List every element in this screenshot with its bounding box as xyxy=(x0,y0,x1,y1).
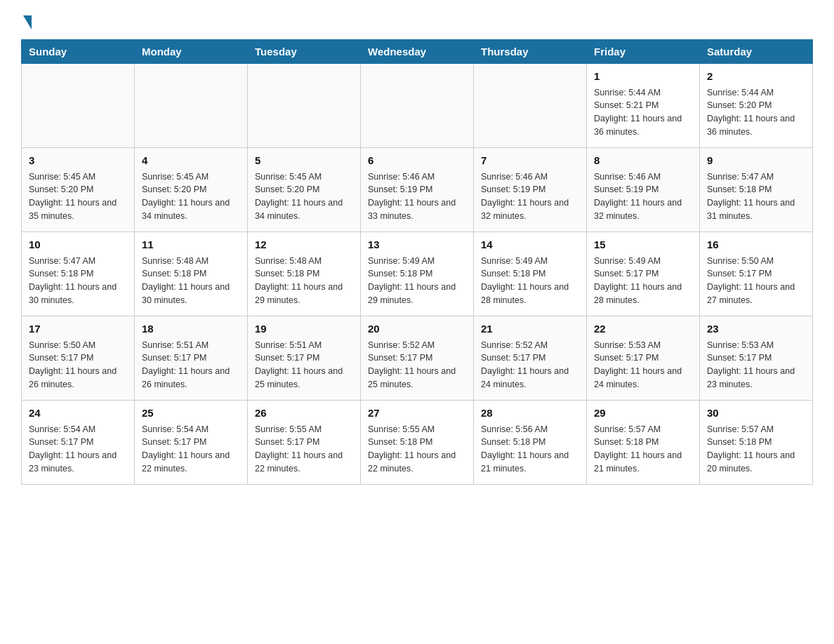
day-info-text: Daylight: 11 hours and 21 minutes. xyxy=(594,449,692,476)
day-info-text: Sunrise: 5:49 AM xyxy=(594,255,692,268)
day-info-text: Daylight: 11 hours and 29 minutes. xyxy=(255,281,353,307)
day-info-text: Sunrise: 5:45 AM xyxy=(255,170,353,184)
day-number: 3 xyxy=(29,153,127,169)
calendar-cell: 26Sunrise: 5:55 AMSunset: 5:17 PMDayligh… xyxy=(248,401,361,485)
calendar-week-row: 1Sunrise: 5:44 AMSunset: 5:21 PMDaylight… xyxy=(22,64,813,148)
calendar-cell: 1Sunrise: 5:44 AMSunset: 5:21 PMDaylight… xyxy=(587,64,700,148)
day-info-text: Daylight: 11 hours and 21 minutes. xyxy=(481,449,579,476)
day-info-text: Sunset: 5:18 PM xyxy=(594,436,692,449)
day-info-text: Sunset: 5:17 PM xyxy=(255,351,353,365)
calendar-cell: 19Sunrise: 5:51 AMSunset: 5:17 PMDayligh… xyxy=(248,316,361,401)
logo-arrow-icon xyxy=(23,15,32,29)
day-info-text: Sunset: 5:17 PM xyxy=(594,267,692,281)
weekday-header-thursday: Thursday xyxy=(474,40,587,64)
day-info-text: Daylight: 11 hours and 26 minutes. xyxy=(29,365,127,391)
page-header xyxy=(21,14,813,27)
day-info-text: Daylight: 11 hours and 34 minutes. xyxy=(255,196,353,223)
calendar-cell xyxy=(248,64,361,148)
day-info-text: Sunset: 5:18 PM xyxy=(481,436,579,449)
day-info-text: Sunset: 5:18 PM xyxy=(368,436,466,449)
day-number: 13 xyxy=(368,237,466,253)
calendar-cell: 22Sunrise: 5:53 AMSunset: 5:17 PMDayligh… xyxy=(587,316,700,401)
day-info-text: Daylight: 11 hours and 24 minutes. xyxy=(594,365,692,391)
day-info-text: Sunset: 5:18 PM xyxy=(707,436,805,449)
day-info-text: Sunrise: 5:51 AM xyxy=(142,339,240,352)
day-info-text: Sunset: 5:20 PM xyxy=(29,183,127,196)
calendar-header-row: SundayMondayTuesdayWednesdayThursdayFrid… xyxy=(22,40,813,64)
day-info-text: Sunrise: 5:54 AM xyxy=(29,423,127,436)
day-info-text: Sunrise: 5:47 AM xyxy=(707,170,805,184)
calendar-cell xyxy=(474,64,587,148)
day-info-text: Sunrise: 5:47 AM xyxy=(29,255,127,268)
calendar-cell: 27Sunrise: 5:55 AMSunset: 5:18 PMDayligh… xyxy=(361,401,474,485)
day-number: 26 xyxy=(255,405,353,422)
day-number: 17 xyxy=(29,321,127,337)
day-info-text: Sunset: 5:18 PM xyxy=(707,183,805,196)
day-number: 27 xyxy=(368,405,466,422)
day-info-text: Sunset: 5:18 PM xyxy=(255,267,353,281)
day-info-text: Sunrise: 5:45 AM xyxy=(142,170,240,184)
calendar-cell xyxy=(361,64,474,148)
day-number: 4 xyxy=(142,153,240,169)
day-info-text: Daylight: 11 hours and 23 minutes. xyxy=(707,365,805,391)
day-info-text: Sunrise: 5:46 AM xyxy=(368,170,466,184)
calendar-cell: 11Sunrise: 5:48 AMSunset: 5:18 PMDayligh… xyxy=(135,232,248,316)
day-info-text: Sunset: 5:17 PM xyxy=(707,351,805,365)
calendar-cell: 29Sunrise: 5:57 AMSunset: 5:18 PMDayligh… xyxy=(587,401,700,485)
day-number: 10 xyxy=(29,237,127,253)
day-number: 15 xyxy=(594,237,692,253)
day-info-text: Sunset: 5:20 PM xyxy=(142,183,240,196)
day-info-text: Sunrise: 5:52 AM xyxy=(368,339,466,352)
day-info-text: Sunrise: 5:50 AM xyxy=(29,339,127,352)
calendar-cell: 4Sunrise: 5:45 AMSunset: 5:20 PMDaylight… xyxy=(135,148,248,232)
day-info-text: Sunrise: 5:53 AM xyxy=(594,339,692,352)
day-info-text: Daylight: 11 hours and 23 minutes. xyxy=(29,449,127,476)
calendar-cell: 15Sunrise: 5:49 AMSunset: 5:17 PMDayligh… xyxy=(587,232,700,316)
day-info-text: Daylight: 11 hours and 36 minutes. xyxy=(594,112,692,139)
day-info-text: Daylight: 11 hours and 25 minutes. xyxy=(368,365,466,391)
day-info-text: Daylight: 11 hours and 35 minutes. xyxy=(29,196,127,223)
day-number: 1 xyxy=(594,69,692,85)
day-info-text: Daylight: 11 hours and 33 minutes. xyxy=(368,196,466,223)
calendar-cell: 12Sunrise: 5:48 AMSunset: 5:18 PMDayligh… xyxy=(248,232,361,316)
calendar-cell: 24Sunrise: 5:54 AMSunset: 5:17 PMDayligh… xyxy=(22,401,135,485)
day-info-text: Daylight: 11 hours and 28 minutes. xyxy=(594,281,692,307)
day-info-text: Sunrise: 5:45 AM xyxy=(29,170,127,184)
day-info-text: Sunrise: 5:57 AM xyxy=(707,423,805,436)
calendar-cell: 23Sunrise: 5:53 AMSunset: 5:17 PMDayligh… xyxy=(700,316,813,401)
calendar-cell: 7Sunrise: 5:46 AMSunset: 5:19 PMDaylight… xyxy=(474,148,587,232)
day-info-text: Sunset: 5:18 PM xyxy=(142,267,240,281)
day-info-text: Sunset: 5:21 PM xyxy=(594,99,692,112)
day-number: 29 xyxy=(594,405,692,422)
day-info-text: Daylight: 11 hours and 28 minutes. xyxy=(481,281,579,307)
calendar-cell: 2Sunrise: 5:44 AMSunset: 5:20 PMDaylight… xyxy=(700,64,813,148)
day-info-text: Sunrise: 5:44 AM xyxy=(707,86,805,100)
day-info-text: Sunset: 5:20 PM xyxy=(707,99,805,112)
calendar-cell: 28Sunrise: 5:56 AMSunset: 5:18 PMDayligh… xyxy=(474,401,587,485)
day-number: 28 xyxy=(481,405,579,422)
calendar-cell: 21Sunrise: 5:52 AMSunset: 5:17 PMDayligh… xyxy=(474,316,587,401)
day-info-text: Sunset: 5:17 PM xyxy=(29,436,127,449)
day-info-text: Daylight: 11 hours and 32 minutes. xyxy=(481,196,579,223)
calendar-week-row: 3Sunrise: 5:45 AMSunset: 5:20 PMDaylight… xyxy=(22,148,813,232)
day-number: 25 xyxy=(142,405,240,422)
day-info-text: Sunrise: 5:54 AM xyxy=(142,423,240,436)
day-info-text: Daylight: 11 hours and 27 minutes. xyxy=(707,281,805,307)
day-info-text: Sunset: 5:17 PM xyxy=(29,351,127,365)
calendar-cell: 10Sunrise: 5:47 AMSunset: 5:18 PMDayligh… xyxy=(22,232,135,316)
day-number: 5 xyxy=(255,153,353,169)
calendar-cell: 14Sunrise: 5:49 AMSunset: 5:18 PMDayligh… xyxy=(474,232,587,316)
weekday-header-saturday: Saturday xyxy=(700,40,813,64)
calendar-table: SundayMondayTuesdayWednesdayThursdayFrid… xyxy=(21,39,813,485)
day-number: 23 xyxy=(707,321,805,337)
day-info-text: Sunset: 5:18 PM xyxy=(368,267,466,281)
day-info-text: Sunset: 5:19 PM xyxy=(368,183,466,196)
day-info-text: Sunrise: 5:56 AM xyxy=(481,423,579,436)
day-number: 7 xyxy=(481,153,579,169)
day-info-text: Sunset: 5:17 PM xyxy=(368,351,466,365)
day-info-text: Sunset: 5:20 PM xyxy=(255,183,353,196)
day-info-text: Sunset: 5:19 PM xyxy=(594,183,692,196)
calendar-cell xyxy=(135,64,248,148)
day-number: 24 xyxy=(29,405,127,422)
calendar-cell: 17Sunrise: 5:50 AMSunset: 5:17 PMDayligh… xyxy=(22,316,135,401)
